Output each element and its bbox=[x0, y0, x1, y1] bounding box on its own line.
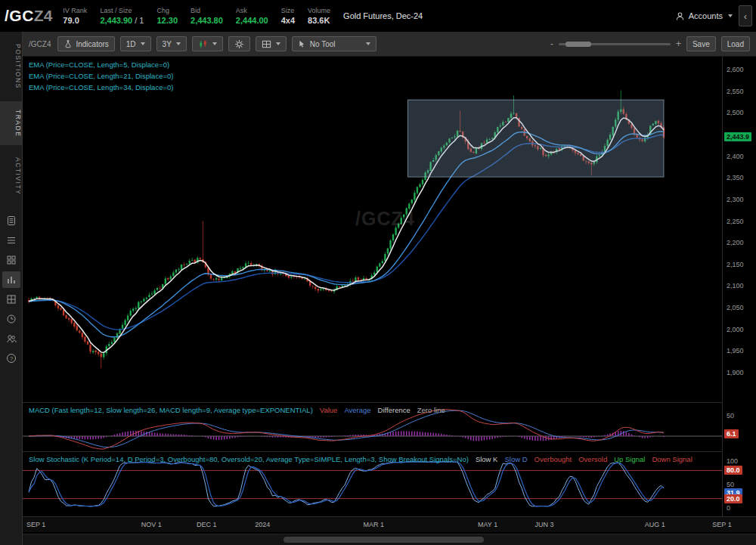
price-axis-label: 2,250 bbox=[727, 218, 744, 225]
zoom-slider[interactable] bbox=[559, 43, 671, 45]
drawing-tool-value: No Tool bbox=[310, 40, 336, 48]
price-axis-label: 1,950 bbox=[727, 347, 744, 355]
instrument-description: Gold Futures, Dec-24 bbox=[343, 11, 423, 20]
load-label: Load bbox=[727, 40, 744, 48]
price-axis-label: 2,500 bbox=[727, 109, 744, 116]
grid-layout-icon[interactable] bbox=[2, 291, 20, 308]
chart-region: /GCZ4 EMA (Price=CLOSE, Length=5, Displa… bbox=[23, 57, 756, 545]
pointer-icon bbox=[298, 39, 306, 48]
quote-field-iv-rank: IV Rank79.0 bbox=[63, 6, 87, 26]
symbol-title: /GCZ4 bbox=[0, 7, 63, 25]
sidebar-tab-trade[interactable]: TRADE bbox=[0, 101, 22, 145]
price-axis-label: 2,550 bbox=[727, 88, 744, 95]
timeframe-dropdown[interactable]: 1D bbox=[120, 36, 151, 51]
left-sidebar: POSITIONSTRADEACTIVITY ? bbox=[0, 32, 23, 545]
price-axis-label: 2,050 bbox=[727, 304, 744, 311]
time-axis-label: MAR 1 bbox=[364, 521, 385, 528]
ema-studies-legend: EMA (Price=CLOSE, Length=5, Displace=0)E… bbox=[29, 60, 173, 94]
quote-field-bid: Bid2,443.80 bbox=[191, 6, 223, 26]
price-chart[interactable] bbox=[23, 57, 722, 403]
quote-field-volume: Volume83.6K bbox=[308, 6, 330, 26]
help-icon[interactable]: ? bbox=[2, 350, 20, 367]
macd-legend-item: MACD (Fast length=12, Slow length=26, MA… bbox=[29, 406, 313, 414]
chart-toolbar: /GCZ4 Indicators 1D 3Y No Tool bbox=[23, 32, 756, 57]
price-axis-label: 2,100 bbox=[727, 282, 744, 290]
sidebar-tab-positions[interactable]: POSITIONS bbox=[0, 36, 22, 98]
community-icon[interactable] bbox=[2, 330, 20, 347]
chevron-down-icon bbox=[141, 42, 145, 45]
stochastic-legend-item: Slow Stochastic (K Period=14, D Period=3… bbox=[29, 455, 469, 463]
time-axis-label: MAY 1 bbox=[478, 521, 497, 528]
watchlist-icon[interactable] bbox=[2, 232, 20, 249]
price-axis-label: 2,150 bbox=[727, 261, 744, 268]
flask-icon bbox=[64, 39, 73, 49]
price-axis-label: 1,900 bbox=[727, 369, 744, 376]
grid-icon bbox=[262, 39, 271, 49]
symbol-root: /GC bbox=[5, 7, 34, 25]
drawing-tool-dropdown[interactable]: No Tool bbox=[292, 36, 376, 51]
stochastic-legend-item: Up Signal bbox=[614, 455, 645, 463]
price-axis-label: 2,400 bbox=[727, 153, 744, 160]
pane-divider[interactable] bbox=[23, 402, 756, 403]
time-axis-label: SEP 1 bbox=[26, 521, 45, 528]
zoom-out-button[interactable]: - bbox=[550, 39, 553, 48]
price-axis[interactable]: 2,6002,5502,5002,4502,4002,3502,3002,250… bbox=[723, 57, 756, 403]
quote-field-ask: Ask2,444.00 bbox=[236, 6, 268, 26]
time-axis-label: 2024 bbox=[255, 521, 270, 528]
save-label: Save bbox=[692, 40, 710, 48]
price-axis-label: 2,600 bbox=[727, 66, 744, 73]
stochastic-legend-item: Down Signal bbox=[652, 455, 692, 463]
macd-legend: MACD (Fast length=12, Slow length=26, MA… bbox=[29, 406, 748, 414]
svg-text:?: ? bbox=[9, 355, 12, 362]
ema-study-label: EMA (Price=CLOSE, Length=34, Displace=0) bbox=[29, 83, 173, 91]
quote-field-value: 79.0 bbox=[63, 15, 79, 26]
person-icon bbox=[675, 11, 685, 21]
stochastic-legend-item: Slow K bbox=[476, 455, 498, 463]
quote-header: /GCZ4 IV Rank79.0Last / Size2,443.90 / 1… bbox=[0, 0, 756, 32]
zoom-control: - + bbox=[550, 39, 681, 48]
indicators-button[interactable]: Indicators bbox=[57, 36, 114, 51]
symbol-suffix: Z4 bbox=[34, 7, 53, 25]
chart-icon[interactable] bbox=[2, 271, 20, 288]
chart-grid-dropdown[interactable] bbox=[256, 36, 287, 51]
history-icon[interactable] bbox=[2, 311, 20, 327]
thinkorswim-window: /GCZ4 IV Rank79.0Last / Size2,443.90 / 1… bbox=[0, 0, 756, 545]
time-axis-label: NOV 1 bbox=[141, 521, 162, 528]
stoch-axis-label: 0 bbox=[727, 504, 730, 512]
widgets-icon[interactable] bbox=[2, 252, 20, 268]
quote-field-change: Chg12.30 bbox=[157, 6, 178, 26]
collapse-panel-button[interactable]: ‹ bbox=[739, 5, 752, 26]
notes-icon[interactable] bbox=[2, 212, 20, 229]
chevron-down-icon bbox=[176, 42, 181, 45]
candlestick-icon bbox=[198, 39, 208, 49]
indicators-label: Indicators bbox=[76, 40, 108, 48]
range-dropdown[interactable]: 3Y bbox=[156, 36, 187, 51]
load-button[interactable]: Load bbox=[721, 36, 750, 51]
scrollbar-thumb[interactable] bbox=[284, 537, 484, 543]
chart-scrollbar[interactable] bbox=[23, 534, 756, 545]
save-button[interactable]: Save bbox=[686, 36, 716, 51]
time-axis[interactable]: SEP 1NOV 1DEC 12024MAR 1MAY 1JUN 3AUG 1S… bbox=[23, 516, 756, 532]
quote-field-size: Size4x4 bbox=[281, 6, 295, 26]
macd-legend-item: Value bbox=[320, 406, 338, 414]
quote-field-value: 2,444.00 bbox=[236, 15, 268, 26]
chart-settings-button[interactable] bbox=[228, 36, 250, 51]
sidebar-tabs: POSITIONSTRADEACTIVITY bbox=[0, 32, 22, 203]
pane-divider[interactable] bbox=[23, 451, 756, 452]
price-axis-label: 2,350 bbox=[727, 174, 744, 181]
quote-field-label: Ask bbox=[236, 6, 247, 15]
zoom-in-button[interactable]: + bbox=[676, 39, 681, 48]
quote-field-label: Volume bbox=[308, 6, 330, 15]
chart-style-dropdown[interactable] bbox=[192, 36, 223, 51]
chevron-down-icon bbox=[212, 42, 217, 45]
sidebar-tab-activity[interactable]: ACTIVITY bbox=[0, 149, 22, 203]
chevron-down-icon bbox=[276, 42, 280, 45]
accounts-dropdown[interactable]: Accounts bbox=[669, 8, 739, 24]
time-axis-label: AUG 1 bbox=[645, 521, 665, 528]
price-axis-label: 2,000 bbox=[727, 326, 744, 333]
quote-field-label: Size bbox=[281, 6, 295, 15]
zoom-slider-thumb[interactable] bbox=[565, 42, 591, 47]
price-axis-label: 2,200 bbox=[727, 239, 744, 246]
ema-study-label: EMA (Price=CLOSE, Length=21, Displace=0) bbox=[29, 72, 173, 80]
quote-field-value: 4x4 bbox=[281, 15, 295, 26]
